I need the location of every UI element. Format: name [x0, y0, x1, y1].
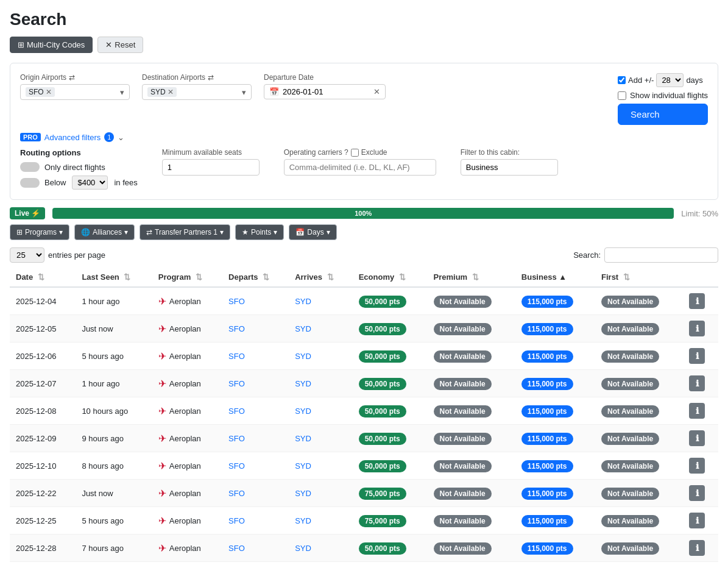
- business-badge[interactable]: 115,000 pts: [521, 296, 573, 308]
- economy-badge[interactable]: 50,000 pts: [359, 323, 406, 335]
- fees-select[interactable]: $400$200$300$500: [72, 176, 108, 190]
- business-badge[interactable]: 115,000 pts: [521, 433, 573, 445]
- business-badge[interactable]: 115,000 pts: [521, 460, 573, 472]
- business-badge[interactable]: 115,000 pts: [521, 515, 573, 527]
- arrives-link[interactable]: SYD: [295, 461, 311, 471]
- business-badge[interactable]: 115,000 pts: [521, 378, 573, 390]
- col-premium[interactable]: Premium ⇅: [428, 268, 515, 287]
- arrives-link[interactable]: SYD: [295, 489, 311, 498]
- reset-button[interactable]: ✕ Reset: [97, 37, 143, 53]
- points-filter[interactable]: ★ Points ▾: [235, 224, 284, 240]
- info-button[interactable]: ℹ: [689, 540, 705, 556]
- destination-remove-icon[interactable]: ✕: [168, 88, 174, 96]
- business-badge[interactable]: 115,000 pts: [521, 542, 573, 555]
- economy-badge[interactable]: 50,000 pts: [359, 460, 406, 472]
- transfer-partners-filter[interactable]: ⇄ Transfer Partners 1 ▾: [140, 224, 230, 240]
- programs-filter[interactable]: ⊞ Programs ▾: [10, 224, 69, 240]
- origin-input[interactable]: SFO ✕ ▾: [20, 84, 130, 100]
- origin-remove-icon[interactable]: ✕: [46, 88, 52, 96]
- swap-icon[interactable]: ⇄: [69, 73, 75, 82]
- arrives-link[interactable]: SYD: [295, 544, 311, 553]
- economy-badge[interactable]: 50,000 pts: [359, 350, 406, 363]
- col-program[interactable]: Program ⇅: [152, 268, 222, 287]
- col-departs[interactable]: Departs ⇅: [222, 268, 289, 287]
- first-badge[interactable]: Not Available: [601, 378, 659, 390]
- info-button[interactable]: ℹ: [689, 348, 705, 364]
- info-button[interactable]: ℹ: [689, 321, 705, 336]
- alliances-filter[interactable]: 🌐 Alliances ▾: [74, 224, 135, 240]
- premium-badge[interactable]: Not Available: [434, 323, 492, 335]
- first-badge[interactable]: Not Available: [601, 323, 659, 335]
- info-button[interactable]: ℹ: [689, 375, 705, 391]
- info-button[interactable]: ℹ: [689, 458, 705, 474]
- show-individual-checkbox[interactable]: [618, 91, 626, 100]
- arrives-link[interactable]: SYD: [295, 407, 311, 416]
- advanced-filters-link[interactable]: Advanced filters: [44, 133, 101, 142]
- business-badge[interactable]: 115,000 pts: [521, 350, 573, 363]
- info-button[interactable]: ℹ: [689, 403, 705, 419]
- business-badge[interactable]: 115,000 pts: [521, 488, 573, 500]
- economy-badge[interactable]: 50,000 pts: [359, 378, 406, 390]
- first-badge[interactable]: Not Available: [601, 488, 659, 500]
- per-page-select[interactable]: 25 10 50 100: [10, 247, 44, 263]
- carriers-input[interactable]: [284, 159, 436, 176]
- first-badge[interactable]: Not Available: [601, 433, 659, 445]
- departs-link[interactable]: SFO: [228, 297, 245, 306]
- col-arrives[interactable]: Arrives ⇅: [289, 268, 353, 287]
- destination-input[interactable]: SYD ✕ ▾: [142, 84, 252, 100]
- first-badge[interactable]: Not Available: [601, 405, 659, 418]
- arrives-link[interactable]: SYD: [295, 352, 311, 361]
- departure-date-field[interactable]: [283, 87, 344, 96]
- info-button[interactable]: ℹ: [689, 513, 705, 528]
- departs-link[interactable]: SFO: [228, 489, 245, 498]
- multi-city-button[interactable]: ⊞ Multi-City Codes: [10, 37, 93, 53]
- economy-badge[interactable]: 75,000 pts: [359, 515, 406, 527]
- cabin-input[interactable]: [461, 159, 558, 176]
- premium-badge[interactable]: Not Available: [434, 405, 492, 418]
- table-search-input[interactable]: [604, 247, 718, 263]
- departs-link[interactable]: SFO: [228, 379, 245, 388]
- arrives-link[interactable]: SYD: [295, 324, 311, 333]
- economy-badge[interactable]: 50,000 pts: [359, 433, 406, 445]
- first-badge[interactable]: Not Available: [601, 460, 659, 472]
- swap-dest-icon[interactable]: ⇄: [208, 73, 214, 82]
- arrives-link[interactable]: SYD: [295, 297, 311, 306]
- premium-badge[interactable]: Not Available: [434, 350, 492, 363]
- direct-flights-toggle[interactable]: [20, 162, 40, 172]
- arrives-link[interactable]: SYD: [295, 379, 311, 388]
- col-first[interactable]: First ⇅: [595, 268, 683, 287]
- departs-link[interactable]: SFO: [228, 324, 245, 333]
- departs-link[interactable]: SFO: [228, 516, 245, 525]
- days-select[interactable]: 28 7 14 21 30: [656, 73, 684, 87]
- business-badge[interactable]: 115,000 pts: [521, 405, 573, 418]
- premium-badge[interactable]: Not Available: [434, 460, 492, 472]
- premium-badge[interactable]: Not Available: [434, 433, 492, 445]
- chevron-down-icon[interactable]: ⌄: [118, 133, 124, 142]
- economy-badge[interactable]: 75,000 pts: [359, 488, 406, 500]
- departs-link[interactable]: SFO: [228, 461, 245, 471]
- exclude-checkbox[interactable]: [351, 149, 359, 157]
- first-badge[interactable]: Not Available: [601, 350, 659, 363]
- premium-badge[interactable]: Not Available: [434, 542, 492, 555]
- departs-link[interactable]: SFO: [228, 352, 245, 361]
- economy-badge[interactable]: 50,000 pts: [359, 296, 406, 308]
- departs-link[interactable]: SFO: [228, 434, 245, 443]
- economy-badge[interactable]: 50,000 pts: [359, 542, 406, 555]
- business-badge[interactable]: 115,000 pts: [521, 323, 573, 335]
- info-button[interactable]: ℹ: [689, 430, 705, 446]
- departs-link[interactable]: SFO: [228, 544, 245, 553]
- col-date[interactable]: Date ⇅: [10, 268, 76, 287]
- premium-badge[interactable]: Not Available: [434, 296, 492, 308]
- first-badge[interactable]: Not Available: [601, 515, 659, 527]
- economy-badge[interactable]: 50,000 pts: [359, 405, 406, 418]
- info-button[interactable]: ℹ: [689, 293, 705, 309]
- arrives-link[interactable]: SYD: [295, 516, 311, 525]
- add-days-checkbox[interactable]: [618, 76, 626, 84]
- first-badge[interactable]: Not Available: [601, 542, 659, 555]
- days-filter[interactable]: 📅 Days ▾: [289, 224, 336, 240]
- departs-link[interactable]: SFO: [228, 407, 245, 416]
- below-fees-toggle[interactable]: [20, 178, 40, 188]
- search-button[interactable]: Search: [618, 104, 708, 125]
- col-last-seen[interactable]: Last Seen ⇅: [76, 268, 152, 287]
- date-clear-icon[interactable]: ✕: [373, 87, 380, 96]
